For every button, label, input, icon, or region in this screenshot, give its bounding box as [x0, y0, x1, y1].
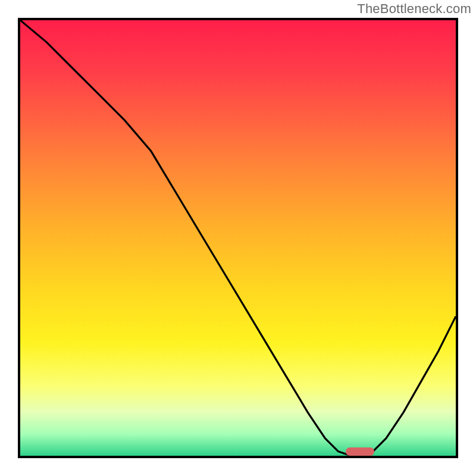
watermark-text: TheBottleneck.com — [357, 1, 471, 17]
plot-area — [18, 18, 458, 458]
bottleneck-curve — [20, 20, 456, 456]
chart-root: TheBottleneck.com — [0, 0, 476, 476]
optimal-point-marker — [346, 447, 374, 456]
